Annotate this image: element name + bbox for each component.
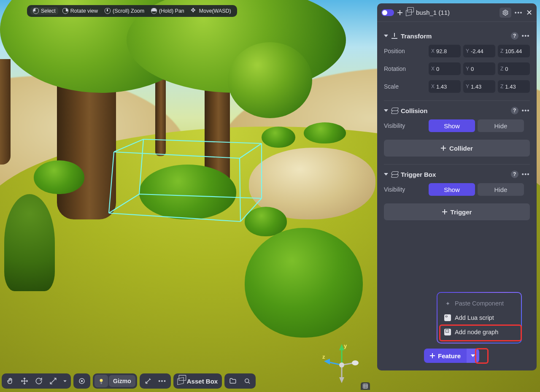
plus-icon <box>430 353 435 358</box>
field-label: Position <box>384 48 426 54</box>
help-button[interactable]: ? <box>511 170 518 178</box>
snap-button[interactable] <box>75 375 89 387</box>
field-label: Scale <box>384 83 426 90</box>
bottom-toolbar: Gizmo ••• Asset Box <box>2 373 256 389</box>
tool-move[interactable] <box>18 375 31 387</box>
label: Rotate view <box>70 8 98 14</box>
mouse-scroll-icon <box>105 8 111 14</box>
close-button[interactable]: ✕ <box>526 9 532 16</box>
scale-y-input[interactable]: Y1.43 <box>463 80 495 93</box>
menu-add-lua-script[interactable]: Add Lua script <box>441 311 518 325</box>
axis-y-label: y <box>344 343 347 349</box>
axis-orientation-gizmo[interactable]: y z <box>321 342 363 384</box>
box-icon <box>177 377 184 385</box>
collision-icon <box>392 108 397 114</box>
visibility-show-button[interactable]: Show <box>429 183 475 196</box>
plus-icon <box>441 146 446 151</box>
rotation-x-input[interactable]: X0 <box>429 62 461 75</box>
menu-paste-component: Paste Component <box>441 296 518 311</box>
light-button[interactable] <box>94 375 108 387</box>
folder-button[interactable] <box>226 375 240 387</box>
feature-dropdown-button[interactable] <box>467 349 479 363</box>
inspector-header: bush_1 (11) ••• ✕ <box>377 3 537 22</box>
svg-marker-22 <box>339 377 344 383</box>
object-enabled-toggle[interactable] <box>381 9 394 16</box>
tool-select[interactable]: Select <box>30 7 58 15</box>
feature-split-button: Feature <box>424 349 479 363</box>
feature-button[interactable]: Feature <box>424 349 467 363</box>
settings-button[interactable] <box>500 8 511 18</box>
section-more-button[interactable]: ••• <box>522 171 530 178</box>
svg-point-12 <box>505 12 506 14</box>
svg-point-24 <box>352 360 359 365</box>
menu-add-node-graph[interactable]: Add node graph <box>441 325 518 339</box>
section-more-button[interactable]: ••• <box>522 107 530 114</box>
visibility-hide-button[interactable]: Hide <box>478 183 524 196</box>
tool-pan[interactable]: (Hold) Pan <box>148 7 187 15</box>
position-y-input[interactable]: Y-2.44 <box>463 45 495 57</box>
label: Asset Box <box>187 378 218 385</box>
object-name[interactable]: bush_1 (11) <box>415 9 496 16</box>
row-position: Position X92.8 Y-2.44 Z105.44 <box>384 45 530 57</box>
help-button[interactable]: ? <box>511 32 518 40</box>
help-button[interactable]: ? <box>511 107 518 114</box>
transform-icon <box>392 33 397 39</box>
section-title: Trigger Box <box>401 171 436 178</box>
add-trigger-button[interactable]: Trigger <box>384 203 530 220</box>
more-button[interactable]: ••• <box>515 9 523 16</box>
caret-down-icon[interactable] <box>384 35 388 37</box>
caret-down-icon[interactable] <box>384 173 388 176</box>
field-label: Visibility <box>384 122 426 129</box>
tool-zoom[interactable]: (Scroll) Zoom <box>102 7 147 15</box>
rotation-z-input[interactable]: Z0 <box>498 62 530 75</box>
label: Move(WASD) <box>199 8 231 14</box>
caret-down-icon[interactable] <box>384 109 388 112</box>
svg-rect-26 <box>363 384 368 389</box>
object-icon <box>406 9 412 16</box>
search-button[interactable] <box>240 375 254 387</box>
more-tools[interactable] <box>61 375 69 387</box>
section-trigger-box: Trigger Box ? ••• Visibility Show Hide T… <box>384 170 530 220</box>
plus-icon <box>442 209 447 214</box>
asset-box-panel-toggle[interactable]: Asset Box <box>173 373 222 389</box>
svg-point-16 <box>245 379 249 383</box>
rotation-y-input[interactable]: Y0 <box>463 62 495 75</box>
add-icon[interactable] <box>397 10 402 15</box>
move-icon <box>191 8 197 14</box>
mouse-right-icon <box>62 8 68 14</box>
scale-x-input[interactable]: X1.43 <box>429 80 461 93</box>
tool-rotate-view[interactable]: Rotate view <box>60 7 100 15</box>
more-button[interactable]: ••• <box>156 375 169 387</box>
row-rotation: Rotation X0 Y0 Z0 <box>384 62 530 75</box>
section-collision: Collision ? ••• Visibility Show Hide Col… <box>384 107 530 157</box>
feature-menu-popup: Paste Component Add Lua script Add node … <box>437 292 522 343</box>
axis-z-label: z <box>322 354 325 360</box>
label: (Scroll) Zoom <box>113 8 144 14</box>
viewport-controls-toolbar: Select Rotate view (Scroll) Zoom (Hold) … <box>27 5 237 17</box>
position-z-input[interactable]: Z105.44 <box>498 45 530 57</box>
add-collider-button[interactable]: Collider <box>384 140 530 157</box>
mouse-left-icon <box>33 8 39 14</box>
chevron-down-icon <box>471 354 475 357</box>
mouse-hold-icon <box>151 8 157 14</box>
row-scale: Scale X1.43 Y1.43 Z1.43 <box>384 80 530 93</box>
visibility-show-button[interactable]: Show <box>429 119 475 132</box>
grid-toggle-button[interactable] <box>361 382 370 390</box>
magic-wand-button[interactable] <box>141 375 155 387</box>
tool-scale[interactable] <box>46 375 60 387</box>
svg-point-25 <box>339 362 344 368</box>
position-x-input[interactable]: X92.8 <box>429 45 461 57</box>
section-more-button[interactable]: ••• <box>522 32 530 39</box>
graph-icon <box>444 329 451 335</box>
tool-rotate[interactable] <box>32 375 46 387</box>
tool-move-wasd[interactable]: Move(WASD) <box>189 7 234 15</box>
section-title: Collision <box>401 107 427 114</box>
gizmo-toggle[interactable]: Gizmo <box>109 375 135 387</box>
tool-hand[interactable] <box>3 375 17 387</box>
label: (Hold) Pan <box>159 8 184 14</box>
scale-z-input[interactable]: Z1.43 <box>498 80 530 93</box>
wand-icon <box>444 300 451 307</box>
visibility-hide-button[interactable]: Hide <box>478 119 524 132</box>
svg-point-15 <box>100 379 103 382</box>
section-transform: Transform ? ••• Position X92.8 Y-2.44 Z1… <box>384 32 530 93</box>
